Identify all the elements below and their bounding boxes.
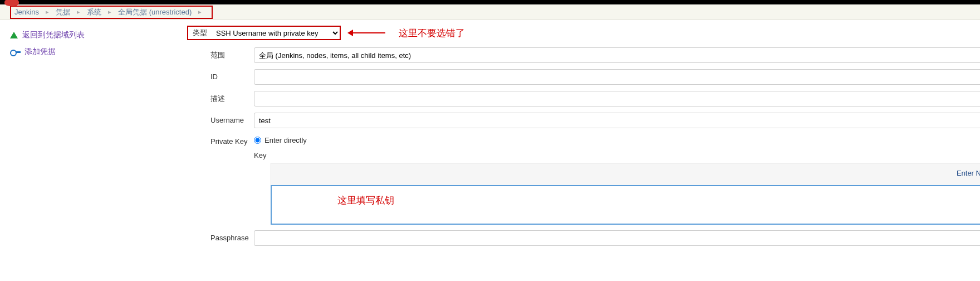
- privatekey-label: Private Key: [210, 132, 253, 227]
- description-label: 描述: [210, 88, 253, 109]
- chevron-right-icon: ▸: [41, 8, 53, 16]
- top-bar: [0, 0, 980, 4]
- breadcrumb-global[interactable]: 全局凭据 (unrestricted): [116, 7, 194, 17]
- breadcrumb-highlight-box: Jenkins ▸ 凭据 ▸ 系统 ▸ 全局凭据 (unrestricted) …: [10, 6, 213, 19]
- key-icon: [10, 49, 20, 55]
- username-label: Username: [210, 110, 253, 130]
- back-link-row: 返回到凭据域列表: [10, 27, 184, 43]
- breadcrumb-credentials[interactable]: 凭据: [53, 7, 72, 17]
- up-arrow-icon: [10, 32, 18, 38]
- scope-label: 范围: [210, 45, 253, 66]
- key-annotation-text: 这里填写私钥: [337, 194, 394, 207]
- id-label: ID: [210, 67, 253, 87]
- type-annotation: 这里不要选错了: [352, 27, 465, 40]
- breadcrumb-jenkins[interactable]: Jenkins: [12, 8, 41, 16]
- breadcrumb-system[interactable]: 系统: [85, 7, 104, 17]
- enter-new-button[interactable]: Enter New: [957, 169, 980, 177]
- scope-select[interactable]: 全局 (Jenkins, nodes, items, all child ite…: [254, 47, 980, 63]
- description-input[interactable]: [254, 91, 980, 106]
- key-header-row: Enter New: [271, 163, 980, 185]
- passphrase-label: Passphrase: [210, 228, 253, 248]
- arrow-left-icon: [352, 32, 385, 33]
- add-credentials-link[interactable]: 添加凭据: [24, 47, 56, 57]
- credential-type-select[interactable]: SSH Username with private key: [212, 27, 340, 39]
- type-label: 类型: [188, 28, 212, 38]
- passphrase-input[interactable]: [254, 230, 980, 246]
- chevron-right-icon: ▸: [194, 8, 206, 16]
- add-credentials-row: 添加凭据: [10, 43, 184, 60]
- back-to-domain-link[interactable]: 返回到凭据域列表: [22, 30, 85, 40]
- key-sublabel: Key: [254, 149, 980, 163]
- side-panel: 返回到凭据域列表 添加凭据: [0, 20, 184, 249]
- jenkins-logo: [4, 0, 19, 6]
- enter-directly-radio[interactable]: [254, 137, 261, 144]
- type-selector-box: 类型 SSH Username with private key: [187, 26, 341, 40]
- enter-directly-label: Enter directly: [264, 136, 307, 144]
- main-panel: 类型 SSH Username with private key 这里不要选错了…: [184, 20, 980, 249]
- id-input[interactable]: [254, 69, 980, 85]
- chevron-right-icon: ▸: [104, 8, 116, 16]
- username-input[interactable]: [254, 113, 980, 128]
- type-annotation-text: 这里不要选错了: [399, 27, 465, 40]
- chevron-right-icon: ▸: [72, 8, 85, 16]
- breadcrumb-bar: Jenkins ▸ 凭据 ▸ 系统 ▸ 全局凭据 (unrestricted) …: [0, 4, 980, 20]
